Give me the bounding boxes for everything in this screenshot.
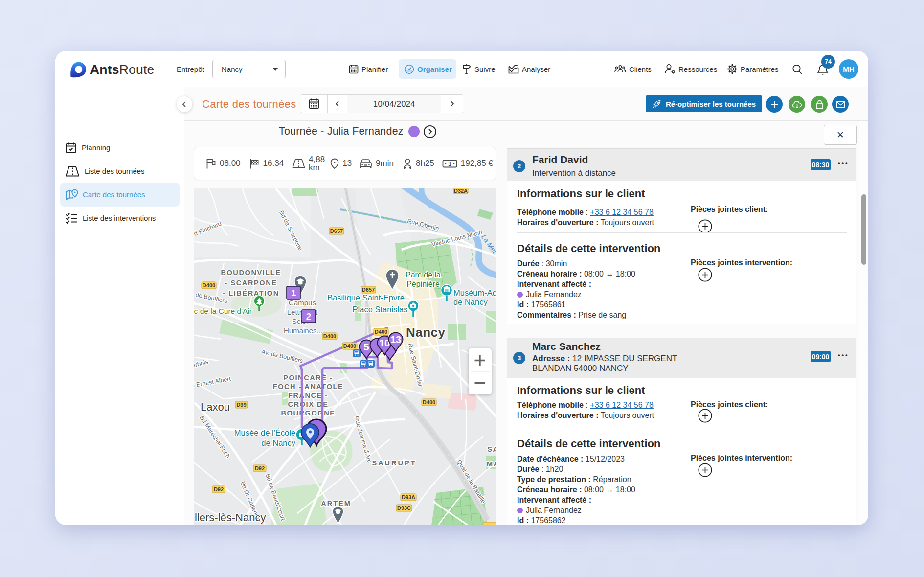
svg-text:POINCARÉ -: POINCARÉ - xyxy=(283,374,333,382)
svg-text:D657: D657 xyxy=(362,287,375,293)
svg-text:D400: D400 xyxy=(343,343,356,349)
svg-text:D32A: D32A xyxy=(454,188,468,194)
svg-text:MA: MA xyxy=(487,460,496,468)
svg-text:5: 5 xyxy=(363,342,369,352)
svg-text:D400: D400 xyxy=(203,282,215,288)
svg-text:D92: D92 xyxy=(255,465,265,471)
svg-text:de Nancy: de Nancy xyxy=(453,298,488,306)
svg-text:D400: D400 xyxy=(423,399,435,405)
svg-text:Muséum-Aq: Muséum-Aq xyxy=(453,288,496,297)
svg-text:BOURGOGNE: BOURGOGNE xyxy=(281,409,335,417)
svg-text:SAURUPT: SAURUPT xyxy=(372,459,416,467)
svg-text:Basilique Saint-Epvre: Basilique Saint-Epvre xyxy=(327,293,405,302)
svg-text:D93A: D93A xyxy=(402,494,415,500)
svg-text:D39: D39 xyxy=(236,402,246,408)
svg-text:FOCH - ANATOLE: FOCH - ANATOLE xyxy=(273,383,344,391)
svg-text:Parc de la: Parc de la xyxy=(406,271,441,279)
svg-text:D93C: D93C xyxy=(397,505,411,511)
svg-text:D400: D400 xyxy=(375,329,387,335)
svg-text:D657: D657 xyxy=(330,228,343,234)
svg-text:de Nancy: de Nancy xyxy=(261,439,295,447)
svg-text:Nancy: Nancy xyxy=(406,325,446,340)
svg-text:- LIBÉRATION: - LIBÉRATION xyxy=(223,289,279,297)
svg-text:Laxou: Laxou xyxy=(201,401,230,413)
svg-text:Pépinière: Pépinière xyxy=(406,280,440,288)
svg-text:1: 1 xyxy=(448,160,451,167)
svg-text:BOUDONVILLE: BOUDONVILLE xyxy=(221,269,281,277)
svg-text:SA: SA xyxy=(487,445,496,453)
svg-text:D400: D400 xyxy=(323,333,336,339)
svg-text:D92: D92 xyxy=(214,486,224,492)
svg-text:c de la Cure d'Air: c de la Cure d'Air xyxy=(194,307,252,315)
svg-text:llers-lès-Nancy: llers-lès-Nancy xyxy=(195,511,266,524)
svg-text:- SCARPONE: - SCARPONE xyxy=(225,279,277,287)
svg-text:13: 13 xyxy=(390,334,401,345)
svg-text:1: 1 xyxy=(291,288,296,298)
svg-text:Musée de l'École: Musée de l'École xyxy=(234,428,295,437)
svg-text:2: 2 xyxy=(306,311,312,322)
svg-text:Humaines...: Humaines... xyxy=(284,326,323,335)
svg-text:Campus: Campus xyxy=(289,299,316,307)
svg-text:Place Stanislas: Place Stanislas xyxy=(353,305,408,314)
